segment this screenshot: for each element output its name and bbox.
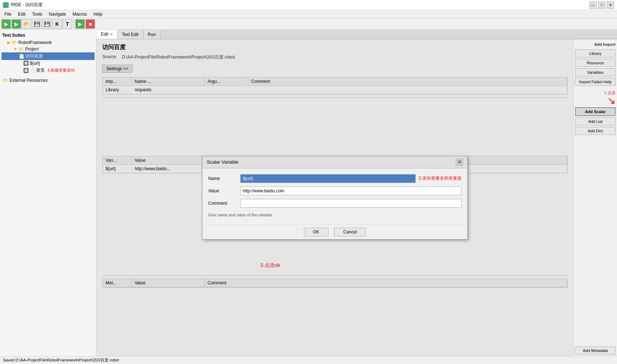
variables-button[interactable]: Variables: [575, 68, 616, 76]
add-scalar-button[interactable]: Add Scalar: [575, 107, 616, 116]
tree-item-url-var[interactable]: 🔲 ${url}: [1, 60, 95, 67]
resource-button[interactable]: Resource: [575, 59, 616, 67]
comment-input[interactable]: [240, 199, 462, 208]
sidebar-title: Test Suites: [1, 31, 95, 39]
menu-file[interactable]: File: [1, 11, 14, 17]
titlebar-left: RIDE - 访问百度: [3, 2, 43, 8]
modal-overlay: Scalar Variable ✕ Name 2.添加变量名和变量值: [96, 39, 573, 356]
stop-btn[interactable]: ■: [86, 19, 95, 29]
modal-body: Name 2.添加变量名和变量值 Value: [202, 168, 467, 224]
play-btn[interactable]: ▶: [75, 19, 85, 29]
menubar: File Edit Tools Navigate Macros Help: [0, 10, 617, 18]
status-text: Saved D:\AA-ProjectFile\RobotFramework\P…: [3, 357, 119, 363]
comment-row: Comment: [208, 199, 462, 208]
page-icon: 🔲📄: [23, 68, 34, 73]
name-annotation: 2.添加变量名和变量值: [419, 175, 462, 181]
cancel-button[interactable]: Cancel: [334, 228, 366, 236]
ok-button[interactable]: OK: [304, 228, 328, 236]
sidebar: Test Suites ▶ 📁 RobotFramework ▼ 📁 Proje…: [0, 30, 96, 356]
new-btn[interactable]: ▶: [1, 19, 11, 29]
menu-edit[interactable]: Edit: [15, 11, 28, 17]
ext-res-label[interactable]: 📁 External Resources: [1, 77, 95, 84]
right-panel: Add Import Library Resource Variables Im…: [573, 39, 617, 356]
library-button[interactable]: Library: [575, 49, 616, 57]
modal-title: Scalar Variable: [207, 159, 238, 165]
ext-folder-icon: 📁: [3, 78, 8, 83]
modal-footer: OK Cancel: [202, 224, 467, 239]
sep1: [74, 20, 74, 28]
scalar-variable-modal: Scalar Variable ✕ Name 2.添加变量名和变量值: [202, 156, 468, 240]
value-row: Value: [208, 187, 462, 195]
comment-label: Comment: [208, 201, 237, 206]
titlebar: RIDE - 访问百度 — □ ✕: [0, 0, 617, 10]
name-row: Name 2.添加变量名和变量值: [208, 174, 462, 183]
folder-icon: ▶ 📁: [7, 40, 17, 45]
menu-macros[interactable]: Macros: [70, 11, 90, 17]
tree-item-shouye[interactable]: 🔲📄 首页 4.新建变量成功: [1, 67, 95, 74]
minimize-btn[interactable]: —: [589, 1, 597, 9]
tab-edit[interactable]: Edit ✕: [96, 30, 118, 39]
app-icon: [3, 2, 9, 8]
save2-btn[interactable]: 💾: [42, 19, 52, 29]
arrow-area: 1.点击 ↘: [575, 90, 616, 106]
folder-icon2: ▼ 📁: [13, 47, 24, 52]
menu-tools[interactable]: Tools: [29, 11, 45, 17]
add-import-title: Add Import: [575, 41, 616, 48]
new-var-annotation: 4.新建变量成功: [47, 68, 75, 73]
value-input[interactable]: [240, 187, 462, 195]
content-area: Edit ✕ Text Edit Run 访问百度 Source D:\AA-P…: [96, 30, 617, 356]
name-input[interactable]: [240, 174, 416, 183]
file-icon: 📄: [19, 54, 24, 59]
tabs: Edit ✕ Text Edit Run: [96, 30, 617, 39]
k-btn[interactable]: K: [52, 19, 62, 29]
tab-edit-close[interactable]: ✕: [110, 32, 113, 36]
menu-help[interactable]: Help: [91, 11, 106, 17]
titlebar-controls[interactable]: — □ ✕: [589, 1, 614, 9]
right-spacer: [575, 136, 616, 345]
statusbar: Saved D:\AA-ProjectFile\RobotFramework\P…: [0, 356, 617, 364]
modal-header: Scalar Variable ✕: [202, 156, 467, 168]
name-label: Name: [208, 176, 237, 181]
value-label: Value: [208, 188, 237, 193]
import-failed-help-button[interactable]: Import Failed Help: [575, 78, 616, 86]
add-list-button[interactable]: Add List: [575, 117, 616, 125]
tab-text-edit[interactable]: Text Edit: [118, 30, 143, 39]
open-btn[interactable]: 📂: [22, 19, 31, 29]
add-dict-button[interactable]: Add Dict: [575, 127, 616, 135]
tree-item-project[interactable]: ▼ 📁 Project: [1, 46, 95, 52]
tree-item-robotframework[interactable]: ▶ 📁 RobotFramework: [1, 39, 95, 46]
form-hint: Give name and value of the variable.: [208, 211, 462, 219]
t-btn[interactable]: T: [63, 19, 72, 29]
maximize-btn[interactable]: □: [598, 1, 605, 9]
tree-item-fangwen[interactable]: 📄 访问百度: [1, 52, 95, 60]
arrow-icon: ↘: [575, 96, 616, 106]
add-metadata-button[interactable]: Add Metadata: [575, 347, 616, 355]
menu-navigate[interactable]: Navigate: [46, 11, 69, 17]
close-btn[interactable]: ✕: [607, 1, 614, 9]
save-btn[interactable]: 💾: [32, 19, 41, 29]
tab-run[interactable]: Run: [143, 30, 161, 39]
modal-close-btn[interactable]: ✕: [456, 159, 463, 166]
var-icon: 🔲: [23, 61, 29, 66]
main-layout: Test Suites ▶ 📁 RobotFramework ▼ 📁 Proje…: [0, 30, 617, 356]
toolbar: ▶ ▶ 📂 💾 💾 K T ▶ ■: [0, 18, 617, 30]
window-title: RIDE - 访问百度: [11, 2, 43, 8]
external-resources-item[interactable]: 📁 External Resources: [1, 77, 95, 84]
new2-btn[interactable]: ▶: [12, 19, 21, 29]
page-content: 访问百度 Source D:\AA-ProjectFile\RobotFrame…: [96, 39, 573, 356]
